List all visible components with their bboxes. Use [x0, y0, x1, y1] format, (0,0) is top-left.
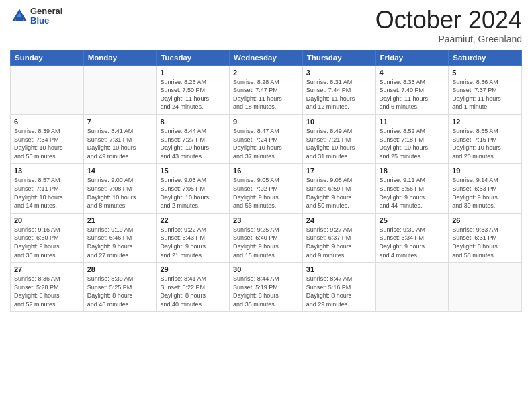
- table-row: 14Sunrise: 9:00 AMSunset: 7:08 PMDayligh…: [83, 164, 157, 213]
- day-info: Sunrise: 8:41 AMSunset: 5:22 PMDaylight:…: [160, 275, 226, 308]
- page: General Blue October 2024 Paamiut, Green…: [0, 0, 532, 411]
- day-info: Sunrise: 8:44 AMSunset: 7:27 PMDaylight:…: [160, 127, 226, 161]
- day-info: Sunrise: 8:39 AMSunset: 7:34 PMDaylight:…: [14, 127, 80, 161]
- calendar-week-row: 20Sunrise: 9:16 AMSunset: 6:50 PMDayligh…: [11, 213, 522, 262]
- col-monday: Monday: [83, 50, 157, 65]
- day-number: 9: [233, 118, 299, 126]
- day-number: 10: [306, 118, 372, 126]
- table-row: 5Sunrise: 8:36 AMSunset: 7:37 PMDaylight…: [449, 65, 522, 114]
- table-row: 24Sunrise: 9:27 AMSunset: 6:37 PMDayligh…: [302, 213, 375, 262]
- table-row: 26Sunrise: 9:33 AMSunset: 6:31 PMDayligh…: [449, 213, 522, 262]
- day-info: Sunrise: 8:36 AMSunset: 7:37 PMDaylight:…: [452, 78, 518, 111]
- day-number: 27: [14, 265, 80, 273]
- day-number: 21: [87, 216, 153, 224]
- table-row: [11, 65, 84, 114]
- day-number: 1: [160, 68, 226, 77]
- col-sunday: Sunday: [11, 50, 84, 65]
- day-info: Sunrise: 8:52 AMSunset: 7:18 PMDaylight:…: [380, 127, 445, 161]
- day-info: Sunrise: 9:16 AMSunset: 6:50 PMDaylight:…: [14, 226, 80, 259]
- table-row: 12Sunrise: 8:55 AMSunset: 7:15 PMDayligh…: [449, 114, 522, 163]
- table-row: 28Sunrise: 8:39 AMSunset: 5:25 PMDayligh…: [83, 263, 157, 312]
- svg-rect-2: [16, 17, 24, 21]
- title-block: October 2024 Paamiut, Greenland: [375, 7, 522, 44]
- day-info: Sunrise: 9:14 AMSunset: 6:53 PMDaylight:…: [452, 176, 518, 210]
- calendar-week-row: 6Sunrise: 8:39 AMSunset: 7:34 PMDaylight…: [11, 114, 522, 163]
- day-number: 23: [233, 216, 299, 224]
- table-row: 13Sunrise: 8:57 AMSunset: 7:11 PMDayligh…: [11, 164, 84, 213]
- day-number: 31: [306, 265, 372, 273]
- day-number: 11: [380, 118, 445, 126]
- col-saturday: Saturday: [449, 50, 522, 65]
- day-info: Sunrise: 8:31 AMSunset: 7:44 PMDaylight:…: [306, 78, 372, 111]
- table-row: 7Sunrise: 8:41 AMSunset: 7:31 PMDaylight…: [83, 114, 157, 163]
- day-info: Sunrise: 8:44 AMSunset: 5:19 PMDaylight:…: [233, 275, 299, 308]
- logo-general-text: General: [30, 7, 62, 16]
- day-number: 15: [160, 167, 226, 175]
- day-info: Sunrise: 9:22 AMSunset: 6:43 PMDaylight:…: [160, 226, 226, 259]
- day-number: 30: [233, 265, 299, 273]
- calendar-week-row: 13Sunrise: 8:57 AMSunset: 7:11 PMDayligh…: [11, 164, 522, 213]
- logo-text: General Blue: [30, 7, 62, 26]
- table-row: 4Sunrise: 8:33 AMSunset: 7:40 PMDaylight…: [375, 65, 449, 114]
- col-friday: Friday: [375, 50, 449, 65]
- month-title: October 2024: [375, 7, 522, 34]
- table-row: 22Sunrise: 9:22 AMSunset: 6:43 PMDayligh…: [157, 213, 230, 262]
- col-tuesday: Tuesday: [157, 50, 230, 65]
- day-number: 20: [14, 216, 80, 224]
- table-row: [449, 263, 522, 312]
- table-row: 6Sunrise: 8:39 AMSunset: 7:34 PMDaylight…: [11, 114, 84, 163]
- calendar: Sunday Monday Tuesday Wednesday Thursday…: [10, 50, 522, 312]
- table-row: 31Sunrise: 8:47 AMSunset: 5:16 PMDayligh…: [302, 263, 375, 312]
- logo: General Blue: [10, 7, 62, 26]
- table-row: 20Sunrise: 9:16 AMSunset: 6:50 PMDayligh…: [11, 213, 84, 262]
- day-info: Sunrise: 8:57 AMSunset: 7:11 PMDaylight:…: [14, 176, 80, 210]
- table-row: 9Sunrise: 8:47 AMSunset: 7:24 PMDaylight…: [230, 114, 303, 163]
- day-number: 26: [452, 216, 518, 224]
- table-row: 18Sunrise: 9:11 AMSunset: 6:56 PMDayligh…: [375, 164, 449, 213]
- day-info: Sunrise: 8:33 AMSunset: 7:40 PMDaylight:…: [380, 78, 445, 111]
- day-number: 4: [380, 68, 445, 77]
- day-number: 24: [306, 216, 372, 224]
- day-number: 7: [87, 118, 153, 126]
- col-thursday: Thursday: [302, 50, 375, 65]
- table-row: 30Sunrise: 8:44 AMSunset: 5:19 PMDayligh…: [230, 263, 303, 312]
- table-row: 10Sunrise: 8:49 AMSunset: 7:21 PMDayligh…: [302, 114, 375, 163]
- header: General Blue October 2024 Paamiut, Green…: [10, 7, 522, 44]
- day-number: 16: [233, 167, 299, 175]
- day-info: Sunrise: 9:03 AMSunset: 7:05 PMDaylight:…: [160, 176, 226, 210]
- table-row: 17Sunrise: 9:08 AMSunset: 6:59 PMDayligh…: [302, 164, 375, 213]
- table-row: 11Sunrise: 8:52 AMSunset: 7:18 PMDayligh…: [375, 114, 449, 163]
- table-row: [83, 65, 157, 114]
- day-info: Sunrise: 8:55 AMSunset: 7:15 PMDaylight:…: [452, 127, 518, 161]
- day-info: Sunrise: 8:47 AMSunset: 5:16 PMDaylight:…: [306, 275, 372, 308]
- day-info: Sunrise: 9:25 AMSunset: 6:40 PMDaylight:…: [233, 226, 299, 259]
- calendar-week-row: 27Sunrise: 8:36 AMSunset: 5:28 PMDayligh…: [11, 263, 522, 312]
- table-row: 15Sunrise: 9:03 AMSunset: 7:05 PMDayligh…: [157, 164, 230, 213]
- day-info: Sunrise: 9:33 AMSunset: 6:31 PMDaylight:…: [452, 226, 518, 259]
- calendar-week-row: 1Sunrise: 8:26 AMSunset: 7:50 PMDaylight…: [11, 65, 522, 114]
- day-number: 5: [452, 68, 518, 77]
- day-info: Sunrise: 8:36 AMSunset: 5:28 PMDaylight:…: [14, 275, 80, 308]
- day-info: Sunrise: 8:39 AMSunset: 5:25 PMDaylight:…: [87, 275, 153, 308]
- day-number: 22: [160, 216, 226, 224]
- day-number: 6: [14, 118, 80, 126]
- day-number: 25: [380, 216, 445, 224]
- table-row: 2Sunrise: 8:28 AMSunset: 7:47 PMDaylight…: [230, 65, 303, 114]
- day-number: 12: [452, 118, 518, 126]
- table-row: 23Sunrise: 9:25 AMSunset: 6:40 PMDayligh…: [230, 213, 303, 262]
- day-info: Sunrise: 8:49 AMSunset: 7:21 PMDaylight:…: [306, 127, 372, 161]
- table-row: 8Sunrise: 8:44 AMSunset: 7:27 PMDaylight…: [157, 114, 230, 163]
- day-info: Sunrise: 9:19 AMSunset: 6:46 PMDaylight:…: [87, 226, 153, 259]
- logo-blue-text: Blue: [30, 16, 62, 26]
- day-number: 2: [233, 68, 299, 77]
- day-info: Sunrise: 9:11 AMSunset: 6:56 PMDaylight:…: [380, 176, 445, 210]
- table-row: 21Sunrise: 9:19 AMSunset: 6:46 PMDayligh…: [83, 213, 157, 262]
- day-info: Sunrise: 9:30 AMSunset: 6:34 PMDaylight:…: [380, 226, 445, 259]
- day-info: Sunrise: 8:26 AMSunset: 7:50 PMDaylight:…: [160, 78, 226, 111]
- table-row: 19Sunrise: 9:14 AMSunset: 6:53 PMDayligh…: [449, 164, 522, 213]
- table-row: 1Sunrise: 8:26 AMSunset: 7:50 PMDaylight…: [157, 65, 230, 114]
- day-number: 28: [87, 265, 153, 273]
- col-wednesday: Wednesday: [230, 50, 303, 65]
- day-info: Sunrise: 8:47 AMSunset: 7:24 PMDaylight:…: [233, 127, 299, 161]
- table-row: 16Sunrise: 9:05 AMSunset: 7:02 PMDayligh…: [230, 164, 303, 213]
